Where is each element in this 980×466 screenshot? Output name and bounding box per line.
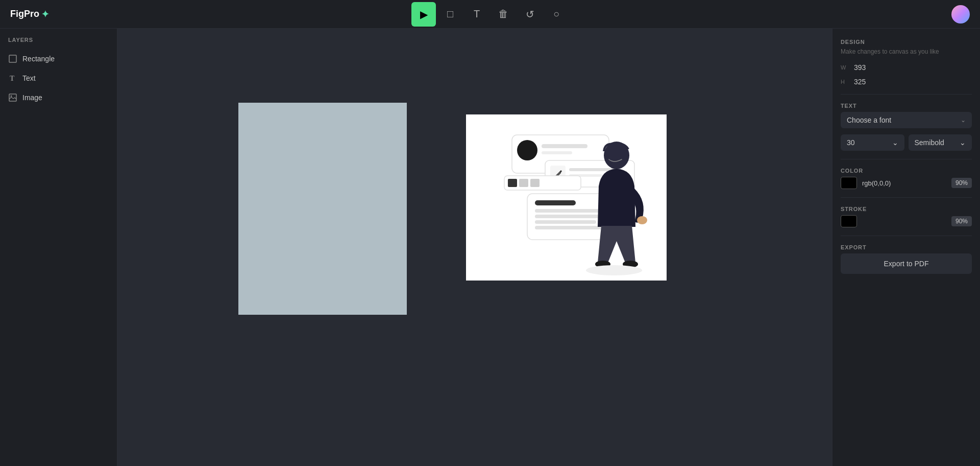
layer-image-label: Image [22, 94, 42, 102]
export-pdf-button[interactable]: Export to PDF [841, 253, 972, 274]
layer-item-rectangle[interactable]: Rectangle [0, 49, 117, 68]
layers-title: LAYERS [0, 37, 117, 49]
color-swatch[interactable] [841, 177, 857, 189]
topbar: FigPro✦ ▶ □ T 🗑 ↺ ○ [0, 0, 980, 29]
search-icon: ○ [553, 8, 559, 20]
divider-4 [841, 236, 972, 236]
color-row: rgb(0,0,0) 90% [841, 177, 972, 189]
svg-rect-21 [535, 220, 596, 224]
divider-3 [841, 197, 972, 198]
stroke-row: 90% [841, 215, 972, 227]
rectangle-layer-icon [8, 54, 17, 63]
text-section-title: TEXT [841, 103, 972, 109]
rectangle-icon: □ [447, 8, 453, 20]
design-panel: DESIGN Make changes to canvas as you lik… [832, 29, 980, 466]
svg-rect-20 [535, 215, 606, 218]
layers-panel: LAYERS Rectangle T Text [0, 29, 117, 466]
avatar[interactable] [951, 5, 970, 24]
svg-rect-8 [542, 151, 572, 154]
font-size-value: 30 [847, 138, 855, 147]
chevron-down-icon: ⌄ [961, 116, 966, 124]
height-label: H [841, 79, 848, 85]
color-value[interactable]: rgb(0,0,0) [862, 179, 946, 187]
export-section-title: EXPORT [841, 244, 972, 250]
design-section-subtitle: Make changes to canvas as you like [841, 48, 972, 55]
tool-undo-button[interactable]: ↺ [518, 2, 542, 27]
font-size-chevron-icon: ⌄ [892, 138, 898, 147]
svg-rect-11 [569, 168, 615, 171]
app-name: FigPro [10, 9, 39, 19]
svg-rect-0 [9, 55, 16, 62]
font-size-dropdown[interactable]: 30 ⌄ [841, 134, 904, 151]
canvas-image-element[interactable] [466, 114, 667, 281]
svg-point-27 [586, 265, 642, 275]
canvas-rectangle-element[interactable] [238, 103, 407, 315]
stroke-opacity[interactable]: 90% [951, 216, 972, 226]
font-selector-dropdown[interactable]: Choose a font ⌄ [841, 112, 972, 128]
svg-rect-16 [530, 179, 540, 187]
tool-text-button[interactable]: T [464, 2, 489, 27]
trash-icon: 🗑 [498, 8, 508, 20]
height-value[interactable]: 325 [854, 78, 866, 86]
font-weight-value: Semibold [915, 138, 944, 147]
color-opacity[interactable]: 90% [951, 178, 972, 188]
stroke-swatch[interactable] [841, 215, 857, 227]
color-section-title: COLOR [841, 168, 972, 174]
stroke-section-title: STROKE [841, 206, 972, 212]
toolbar: ▶ □ T 🗑 ↺ ○ [411, 2, 569, 27]
text-layer-icon: T [8, 74, 17, 83]
layer-item-image[interactable]: Image [0, 88, 117, 107]
divider-1 [841, 94, 972, 95]
layer-item-text[interactable]: T Text [0, 68, 117, 88]
svg-rect-7 [542, 144, 587, 148]
design-section-title: DESIGN [841, 39, 972, 45]
height-row: H 325 [841, 78, 972, 86]
svg-point-3 [11, 96, 12, 97]
svg-rect-18 [535, 200, 576, 205]
tool-delete-button[interactable]: 🗑 [491, 2, 516, 27]
layer-text-label: Text [22, 74, 36, 82]
font-weight-dropdown[interactable]: Semibold ⌄ [909, 134, 972, 151]
svg-point-24 [637, 216, 647, 224]
select-icon: ▶ [420, 8, 428, 20]
font-weight-chevron-icon: ⌄ [960, 138, 966, 147]
svg-rect-15 [519, 179, 528, 187]
width-value[interactable]: 393 [854, 63, 866, 72]
tool-select-button[interactable]: ▶ [411, 2, 436, 27]
svg-rect-14 [508, 179, 517, 187]
svg-rect-2 [9, 94, 16, 101]
width-row: W 393 [841, 63, 972, 72]
divider-2 [841, 159, 972, 159]
font-selector-label: Choose a font [847, 116, 891, 124]
main-area: LAYERS Rectangle T Text [0, 29, 980, 466]
svg-point-6 [517, 140, 537, 160]
width-label: W [841, 64, 848, 71]
layer-rectangle-label: Rectangle [22, 55, 55, 63]
svg-text:T: T [10, 75, 15, 82]
canvas-area[interactable] [117, 29, 832, 466]
undo-icon: ↺ [526, 8, 534, 20]
font-size-weight-row: 30 ⌄ Semibold ⌄ [841, 134, 972, 151]
tool-rectangle-button[interactable]: □ [438, 2, 462, 27]
app-logo-icon: ✦ [41, 9, 49, 20]
app-logo: FigPro✦ [10, 9, 49, 20]
image-layer-icon [8, 93, 17, 102]
text-icon: T [474, 8, 480, 20]
tool-search-button[interactable]: ○ [544, 2, 569, 27]
